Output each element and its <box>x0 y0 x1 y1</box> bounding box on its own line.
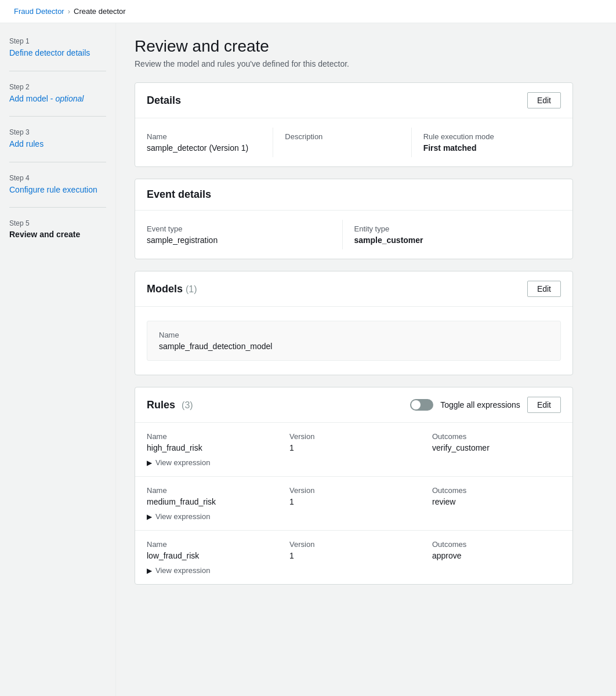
sidebar-item-add-rules[interactable]: Add rules <box>9 139 44 148</box>
rule-2-version-label: Version <box>289 486 418 495</box>
rule-3-version-label: Version <box>289 540 418 549</box>
rule-1-name-value: high_fraud_risk <box>147 443 276 452</box>
models-card-header: Models (1) Edit <box>135 271 572 307</box>
rule-3-arrow-icon: ▶ <box>147 567 152 575</box>
entity-type-field: Entity type sample_customer <box>354 220 550 249</box>
rule-1-outcomes-value: verify_customer <box>432 443 561 452</box>
rule-3-name-value: low_fraud_risk <box>147 551 276 560</box>
event-details-title: Event details <box>147 188 211 201</box>
models-count: (1) <box>186 284 197 294</box>
rule-3-fields: Name low_fraud_risk Version 1 Outcomes a… <box>147 540 561 560</box>
details-rule-execution-field: Rule execution mode First matched <box>423 128 549 157</box>
event-details-fields-row: Event type sample_registration Entity ty… <box>147 220 561 249</box>
rule-2-outcomes-field: Outcomes review <box>432 486 561 506</box>
sidebar-item-add-model[interactable]: Add model - optional <box>9 94 84 103</box>
main-content: Review and create Review the model and r… <box>116 23 592 696</box>
details-description-label: Description <box>285 132 399 141</box>
breadcrumb-separator: › <box>68 7 70 16</box>
models-card: Models (1) Edit Name sample_fraud_detect… <box>135 271 573 375</box>
sidebar-item-define-detector[interactable]: Define detector details <box>9 48 90 57</box>
toggle-expressions-switch[interactable] <box>410 399 433 411</box>
rule-2-arrow-icon: ▶ <box>147 513 152 521</box>
step1-label: Step 1 <box>9 37 106 45</box>
step4-label: Step 4 <box>9 174 106 182</box>
rule-2-name-value: medium_fraud_risk <box>147 497 276 506</box>
rule-3-name-label: Name <box>147 540 276 549</box>
details-rule-execution-label: Rule execution mode <box>423 132 538 141</box>
rule-3-name-field: Name low_fraud_risk <box>147 540 276 560</box>
step2-label: Step 2 <box>9 83 106 91</box>
models-name-label: Name <box>159 331 549 339</box>
models-edit-button[interactable]: Edit <box>527 281 561 297</box>
models-card-title: Models (1) <box>147 283 197 295</box>
step5-label: Step 5 <box>9 219 106 227</box>
event-details-body: Event type sample_registration Entity ty… <box>135 211 572 259</box>
rule-1-version-field: Version 1 <box>289 432 418 452</box>
rule-3-view-expression[interactable]: ▶ View expression <box>147 566 561 575</box>
breadcrumb-parent[interactable]: Fraud Detector <box>14 7 64 16</box>
models-name-value: sample_fraud_detection_model <box>159 342 549 351</box>
rule-1-name-label: Name <box>147 432 276 441</box>
rule-2-version-value: 1 <box>289 497 418 506</box>
rule-1-name-field: Name high_fraud_risk <box>147 432 276 452</box>
event-type-value: sample_registration <box>147 235 331 245</box>
page-subtitle: Review the model and rules you've define… <box>135 59 573 68</box>
rule-1-version-label: Version <box>289 432 418 441</box>
rule-3-outcomes-field: Outcomes approve <box>432 540 561 560</box>
entity-type-label: Entity type <box>354 224 538 233</box>
details-card-body: Name sample_detector (Version 1) Descrip… <box>135 118 572 166</box>
details-name-field: Name sample_detector (Version 1) <box>147 128 273 157</box>
entity-type-value: sample_customer <box>354 235 538 245</box>
sidebar-step-3: Step 3 Add rules <box>9 128 106 162</box>
rules-header-right: Toggle all expressions Edit <box>410 397 561 413</box>
sidebar-item-configure-rule[interactable]: Configure rule execution <box>9 185 97 194</box>
rule-1-outcomes-field: Outcomes verify_customer <box>432 432 561 452</box>
rule-1-view-expression[interactable]: ▶ View expression <box>147 458 561 467</box>
breadcrumb-current: Create detector <box>74 7 126 16</box>
event-details-card: Event details Event type sample_registra… <box>135 179 573 259</box>
breadcrumb: Fraud Detector › Create detector <box>0 0 616 23</box>
details-fields-row: Name sample_detector (Version 1) Descrip… <box>147 128 561 157</box>
step3-label: Step 3 <box>9 128 106 136</box>
details-card-title: Details <box>147 95 181 107</box>
details-name-label: Name <box>147 132 261 141</box>
rule-row-2: Name medium_fraud_risk Version 1 Outcome… <box>135 477 572 531</box>
rule-row-3: Name low_fraud_risk Version 1 Outcomes a… <box>135 531 572 584</box>
rule-2-outcomes-value: review <box>432 497 561 506</box>
rules-header: Rules (3) Toggle all expressions Edit <box>135 387 572 423</box>
event-details-header: Event details <box>135 179 572 211</box>
rule-1-outcomes-label: Outcomes <box>432 432 561 441</box>
event-type-label: Event type <box>147 224 331 233</box>
rule-1-arrow-icon: ▶ <box>147 459 152 467</box>
page-title: Review and create <box>135 37 573 56</box>
details-description-field: Description <box>285 128 411 157</box>
rule-3-version-field: Version 1 <box>289 540 418 560</box>
models-card-body: Name sample_fraud_detection_model <box>135 307 572 375</box>
sidebar-step-2: Step 2 Add model - optional <box>9 83 106 117</box>
rule-3-version-value: 1 <box>289 551 418 560</box>
rules-card: Rules (3) Toggle all expressions Edit Na… <box>135 387 573 585</box>
rules-edit-button[interactable]: Edit <box>527 397 561 413</box>
rule-2-fields: Name medium_fraud_risk Version 1 Outcome… <box>147 486 561 506</box>
rule-row-1: Name high_fraud_risk Version 1 Outcomes … <box>135 423 572 477</box>
sidebar-item-review-create: Review and create <box>9 230 80 239</box>
toggle-expressions-label: Toggle all expressions <box>440 400 520 409</box>
models-inner-card: Name sample_fraud_detection_model <box>147 321 561 361</box>
rule-2-view-expression[interactable]: ▶ View expression <box>147 512 561 521</box>
details-edit-button[interactable]: Edit <box>527 92 561 108</box>
rule-3-outcomes-label: Outcomes <box>432 540 561 549</box>
details-rule-execution-value: First matched <box>423 143 538 153</box>
rule-1-fields: Name high_fraud_risk Version 1 Outcomes … <box>147 432 561 452</box>
details-name-value: sample_detector (Version 1) <box>147 143 261 153</box>
sidebar-step-1: Step 1 Define detector details <box>9 37 106 71</box>
rule-2-name-field: Name medium_fraud_risk <box>147 486 276 506</box>
details-card-header: Details Edit <box>135 83 572 118</box>
rule-2-version-field: Version 1 <box>289 486 418 506</box>
sidebar-step-5: Step 5 Review and create <box>9 219 106 251</box>
rules-count: (3) <box>182 400 193 410</box>
rule-2-name-label: Name <box>147 486 276 495</box>
details-card: Details Edit Name sample_detector (Versi… <box>135 82 573 167</box>
sidebar: Step 1 Define detector details Step 2 Ad… <box>0 23 116 696</box>
rule-1-version-value: 1 <box>289 443 418 452</box>
layout: Step 1 Define detector details Step 2 Ad… <box>0 23 616 696</box>
